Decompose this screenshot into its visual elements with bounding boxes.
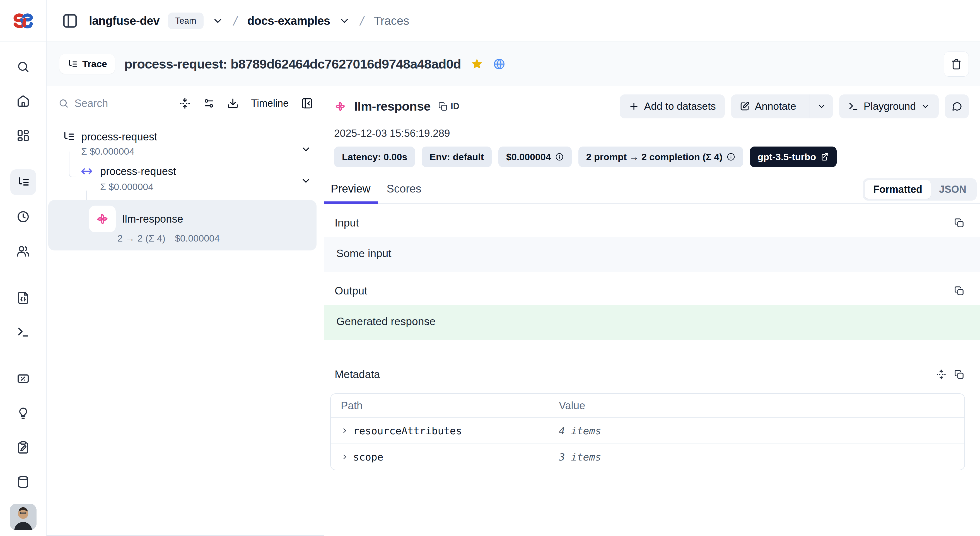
trace-chip-label: Trace <box>82 59 107 69</box>
chevron-right-icon[interactable] <box>341 453 348 461</box>
list-tree-icon <box>16 176 30 189</box>
project-name[interactable]: docs-examples <box>247 14 330 28</box>
model-badge[interactable]: gpt-3.5-turbo <box>750 146 837 167</box>
terminal-icon <box>16 325 30 339</box>
tab-scores[interactable]: Scores <box>378 182 429 203</box>
trace-title: process-request: b8789d62464dc7627016d97… <box>124 56 461 71</box>
nav-sessions[interactable] <box>10 204 36 229</box>
org-plan-badge: Team <box>168 13 204 29</box>
copy-id-button[interactable]: ID <box>438 101 459 111</box>
copy-icon[interactable] <box>954 369 964 380</box>
home-icon <box>16 94 30 108</box>
table-row[interactable]: resourceAttributes 4 items <box>331 417 964 444</box>
latency-badge: Latency: 0.00s <box>334 146 415 167</box>
comments-button[interactable] <box>945 94 969 118</box>
detail-tabs: Preview Scores Formatted JSON <box>324 177 980 204</box>
chevron-down-icon <box>921 102 930 111</box>
nav-users[interactable] <box>10 238 36 263</box>
tree-node-generation-selected[interactable]: llm-response 2 → 2 (Σ 4) $0.000004 <box>48 200 317 251</box>
tree-search[interactable] <box>58 97 167 109</box>
info-icon <box>727 152 735 161</box>
list-tree-icon <box>67 59 78 69</box>
copy-icon[interactable] <box>954 217 964 228</box>
annotate-button[interactable]: Annotate <box>731 94 805 118</box>
user-avatar[interactable] <box>10 504 37 530</box>
breadcrumb-page[interactable]: Traces <box>374 14 409 28</box>
top-bar: langfuse-dev Team / docs-examples / Trac… <box>0 0 980 42</box>
tree-settings-button[interactable] <box>203 97 215 109</box>
panel-left-icon <box>62 13 78 29</box>
breadcrumb: langfuse-dev Team / docs-examples / Trac… <box>46 0 980 41</box>
app-logo[interactable] <box>0 0 46 41</box>
breadcrumb-separator: / <box>231 13 240 29</box>
node-label: process-request <box>100 165 176 178</box>
add-to-datasets-button[interactable]: Add to datasets <box>620 94 725 118</box>
token-usage-badge-label: 2 prompt → 2 completion (Σ 4) <box>586 152 722 162</box>
chevron-down-icon <box>212 15 224 27</box>
delete-trace-button[interactable] <box>944 52 969 77</box>
unfold-vertical-icon[interactable] <box>936 369 947 380</box>
tree-node-span[interactable]: process-request Σ $0.000004 <box>46 164 324 198</box>
edit-icon <box>739 101 750 112</box>
download-button[interactable] <box>227 97 239 109</box>
panel-collapse-icon <box>301 97 313 109</box>
annotate-menu-button[interactable] <box>810 94 833 118</box>
cost-badge-label: $0.000004 <box>506 152 551 162</box>
node-token-usage: 2 → 2 (Σ 4) <box>118 233 165 244</box>
input-section-header: Input <box>324 217 980 229</box>
nav-home[interactable] <box>10 88 36 114</box>
toggle-formatted[interactable]: Formatted <box>865 180 931 199</box>
metadata-section-header: Metadata <box>324 368 980 381</box>
search-icon <box>58 98 69 109</box>
tree-search-input[interactable] <box>75 97 136 109</box>
star-icon[interactable] <box>471 58 483 70</box>
chevron-right-icon[interactable] <box>341 427 348 435</box>
metadata-table-header: Path Value <box>331 394 964 417</box>
output-content: Generated response <box>324 305 980 340</box>
collapse-panel-button[interactable] <box>301 97 313 109</box>
cost-badge[interactable]: $0.000004 <box>498 146 572 167</box>
observation-detail-panel: llm-response ID Add to datasets <box>324 86 980 536</box>
terminal-icon <box>848 101 859 112</box>
output-section-header: Output <box>324 285 980 297</box>
nav-dashboards[interactable] <box>10 123 36 148</box>
project-switcher-button[interactable] <box>339 15 350 27</box>
nav-search[interactable] <box>10 54 36 79</box>
database-icon <box>16 475 30 488</box>
metadata-value: 3 items <box>559 451 601 463</box>
dashboard-icon <box>16 129 30 142</box>
observation-header: llm-response ID Add to datasets <box>324 92 980 121</box>
chevron-down-icon <box>339 15 350 27</box>
nav-annotation[interactable] <box>10 435 36 460</box>
model-badge-label: gpt-3.5-turbo <box>758 152 816 162</box>
nav-datasets[interactable] <box>10 469 36 495</box>
view-format-toggle: Formatted JSON <box>863 178 977 201</box>
trace-header-bar: Trace process-request: b8789d62464dc7627… <box>46 42 980 86</box>
nav-playground[interactable] <box>10 319 36 345</box>
copy-icon[interactable] <box>954 285 964 296</box>
sidebar-toggle-button[interactable] <box>59 10 81 32</box>
toggle-json[interactable]: JSON <box>931 180 975 199</box>
globe-icon[interactable] <box>493 58 506 70</box>
org-name[interactable]: langfuse-dev <box>89 14 159 28</box>
timeline-toggle[interactable]: Timeline <box>251 97 289 109</box>
nav-prompts[interactable] <box>10 285 36 310</box>
input-content: Some input <box>324 237 980 272</box>
org-switcher-button[interactable] <box>212 15 224 27</box>
annotate-split-button: Annotate <box>731 94 833 118</box>
table-row[interactable]: scope 3 items <box>331 444 964 470</box>
collapse-all-button[interactable] <box>179 97 191 109</box>
playground-button[interactable]: Playground <box>839 94 939 118</box>
token-usage-badge[interactable]: 2 prompt → 2 completion (Σ 4) <box>578 146 743 167</box>
observation-badges: Latency: 0.00s Env: default $0.000004 2 … <box>324 139 980 167</box>
node-collapse-button[interactable] <box>301 144 312 155</box>
nav-tracing[interactable] <box>10 170 36 195</box>
nav-evaluation[interactable] <box>10 366 36 392</box>
trash-icon <box>950 58 962 70</box>
tree-node-root[interactable]: process-request Σ $0.000004 <box>46 130 324 164</box>
tab-preview[interactable]: Preview <box>324 182 378 203</box>
node-collapse-button[interactable] <box>301 175 312 186</box>
metadata-key: resourceAttributes <box>353 425 462 436</box>
nav-insights[interactable] <box>10 400 36 426</box>
plus-icon <box>628 101 639 112</box>
